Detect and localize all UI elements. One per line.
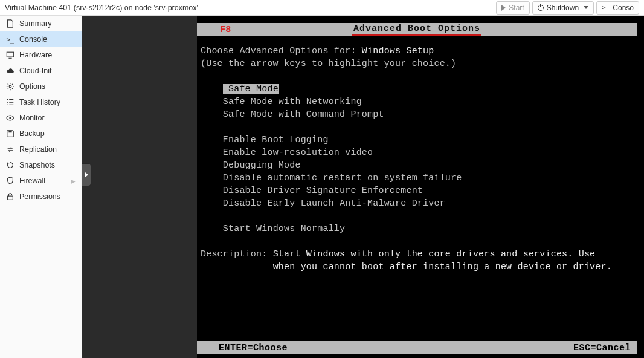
sidebar-item-permissions[interactable]: Permissions bbox=[0, 189, 82, 204]
stage: F8 Advanced Boot Options Choose Advanced… bbox=[82, 16, 644, 358]
sidebar-item-label: Permissions bbox=[19, 192, 60, 201]
list-icon bbox=[6, 98, 14, 106]
term-icon: >_ bbox=[6, 35, 14, 44]
sidebar-item-options[interactable]: Options bbox=[0, 79, 82, 94]
eye-icon bbox=[6, 114, 14, 122]
stage-gutter bbox=[82, 16, 197, 358]
console-button[interactable]: >_ Conso bbox=[596, 1, 639, 15]
doc-icon bbox=[6, 19, 14, 28]
sidebar-item-label: Replication bbox=[19, 145, 57, 154]
sidebar-item-backup[interactable]: Backup bbox=[0, 126, 82, 142]
sidebar-item-firewall[interactable]: Firewall▶ bbox=[0, 173, 82, 189]
svg-point-2 bbox=[9, 117, 11, 119]
sidebar-item-task-history[interactable]: Task History bbox=[0, 94, 82, 110]
start-label: Start bbox=[509, 4, 524, 12]
sidebar-item-replication[interactable]: Replication bbox=[0, 142, 82, 157]
sidebar: Summary>_ConsoleHardwareCloud-InitOption… bbox=[0, 16, 82, 358]
sidebar-item-label: Console bbox=[19, 35, 47, 44]
sidebar-item-label: Options bbox=[19, 82, 45, 91]
sidebar-item-label: Summary bbox=[19, 19, 51, 28]
window-title: Virtual Machine 401 (srv-s2012r2c) on no… bbox=[5, 4, 494, 12]
sidebar-item-label: Firewall bbox=[19, 177, 45, 185]
sidebar-item-label: Task History bbox=[19, 98, 60, 106]
boot-title-bar: F8 Advanced Boot Options bbox=[197, 23, 637, 36]
chevron-right-icon bbox=[85, 172, 88, 177]
save-icon bbox=[6, 129, 14, 138]
sidebar-item-cloud-init[interactable]: Cloud-Init bbox=[0, 63, 82, 79]
sidebar-item-monitor[interactable]: Monitor bbox=[0, 110, 82, 126]
cloud-icon bbox=[6, 67, 14, 75]
repl-icon bbox=[6, 145, 14, 154]
shutdown-label: Shutdown bbox=[547, 4, 579, 12]
sidebar-item-snapshots[interactable]: Snapshots bbox=[0, 157, 82, 173]
start-button[interactable]: Start bbox=[496, 1, 529, 15]
sidebar-item-summary[interactable]: Summary bbox=[0, 16, 82, 31]
f8-hint: F8 bbox=[220, 25, 231, 35]
history-icon bbox=[6, 161, 14, 169]
boot-title: Advanced Boot Options bbox=[352, 24, 481, 36]
sidebar-item-label: Cloud-Init bbox=[19, 67, 52, 75]
svg-point-1 bbox=[9, 85, 11, 88]
vm-console[interactable]: F8 Advanced Boot Options Choose Advanced… bbox=[197, 16, 644, 358]
sidebar-item-label: Backup bbox=[19, 129, 45, 138]
svg-rect-0 bbox=[7, 52, 13, 57]
shield-icon bbox=[6, 177, 14, 185]
chevron-down-icon bbox=[584, 6, 588, 9]
boot-footer: ENTER=Choose ESC=Cancel bbox=[197, 341, 637, 354]
gear-icon bbox=[6, 82, 14, 91]
sidebar-item-console[interactable]: >_Console bbox=[0, 31, 82, 47]
monitor-icon bbox=[6, 51, 14, 59]
unlock-icon bbox=[6, 192, 14, 201]
footer-enter-hint: ENTER=Choose bbox=[219, 343, 288, 353]
title-bar: Virtual Machine 401 (srv-s2012r2c) on no… bbox=[0, 0, 644, 16]
shutdown-button[interactable]: Shutdown bbox=[532, 1, 594, 15]
play-icon bbox=[501, 5, 506, 11]
sidebar-item-hardware[interactable]: Hardware bbox=[0, 47, 82, 63]
svg-rect-3 bbox=[8, 131, 11, 133]
sidebar-item-label: Monitor bbox=[19, 114, 45, 122]
terminal-icon: >_ bbox=[602, 4, 610, 11]
chevron-right-icon: ▶ bbox=[71, 178, 76, 184]
panel-expand-handle[interactable] bbox=[82, 164, 91, 186]
sidebar-item-label: Snapshots bbox=[19, 161, 55, 169]
sidebar-item-label: Hardware bbox=[19, 51, 52, 59]
console-button-label: Conso bbox=[613, 4, 634, 12]
footer-esc-hint: ESC=Cancel bbox=[573, 343, 631, 353]
power-icon bbox=[538, 5, 544, 11]
svg-rect-4 bbox=[8, 196, 13, 200]
